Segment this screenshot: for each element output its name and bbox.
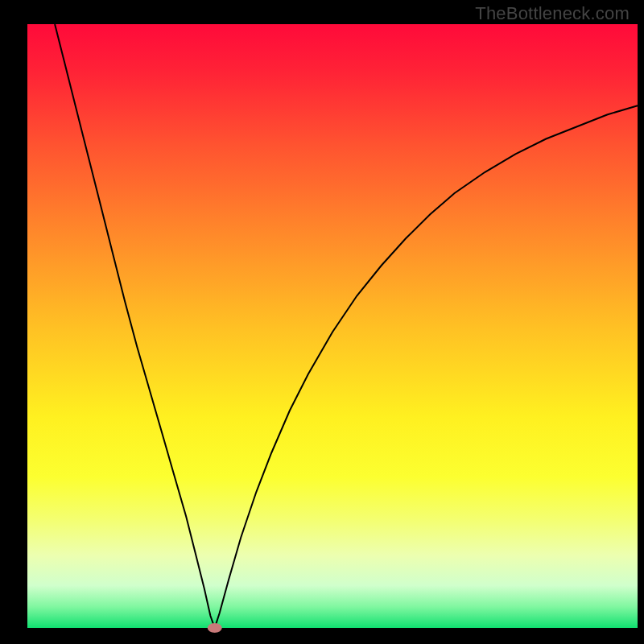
plot-background <box>27 24 638 628</box>
bottleneck-chart <box>0 0 644 644</box>
watermark-text: TheBottleneck.com <box>475 3 630 24</box>
optimum-marker <box>208 623 222 633</box>
chart-frame: { "watermark": "TheBottleneck.com", "cha… <box>0 0 644 644</box>
